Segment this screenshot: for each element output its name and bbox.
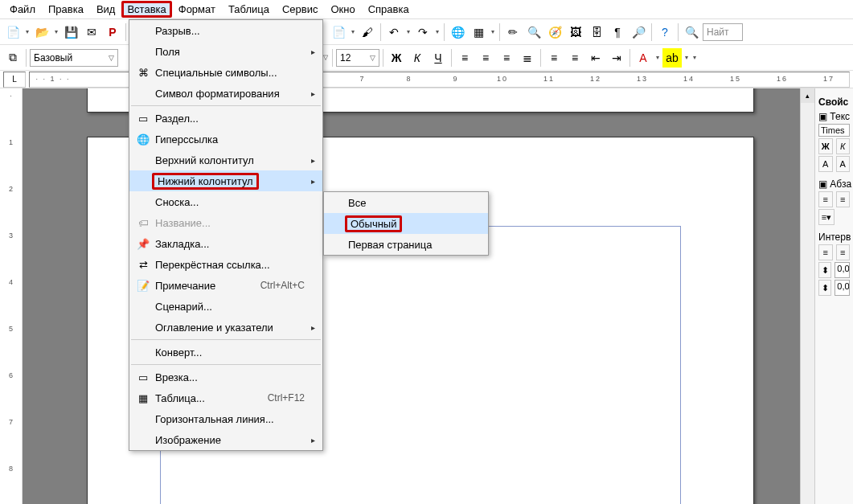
paste-button[interactable]: 📄	[329, 23, 348, 42]
menuitem-hr[interactable]: Горизонтальная линия...	[129, 408, 322, 429]
menuitem-caption[interactable]: 🏷Название...	[129, 212, 322, 233]
menu-view[interactable]: Вид	[90, 2, 122, 17]
search-input[interactable]: Найт	[703, 23, 743, 41]
align-right-button[interactable]: ≡	[497, 48, 516, 68]
hyperlink-button[interactable]: 🌐	[448, 23, 467, 42]
menu-table[interactable]: Таблица	[222, 2, 276, 17]
vertical-scrollbar[interactable]: ▴	[800, 88, 814, 504]
menuitem-indexes[interactable]: Оглавление и указатели▸	[129, 317, 322, 338]
separator	[499, 23, 500, 41]
menu-help[interactable]: Справка	[362, 2, 416, 17]
menuitem-table[interactable]: ▦Таблица...Ctrl+F12	[129, 387, 322, 408]
scroll-up-button[interactable]: ▴	[801, 88, 814, 103]
menuitem-footnote[interactable]: Сноска...	[129, 191, 322, 212]
styles-button[interactable]: ⧉	[3, 48, 23, 68]
menuitem-crossref[interactable]: ⇄Перекрёстная ссылка...	[129, 254, 322, 275]
highlight-dropdown[interactable]: ▾	[683, 54, 690, 61]
menuitem-section[interactable]: ▭Раздел...	[129, 108, 322, 129]
menuitem-script[interactable]: Сценарий...	[129, 296, 322, 317]
table-button[interactable]: ▦	[469, 23, 488, 42]
open-dropdown[interactable]: ▾	[53, 28, 59, 35]
font-color-button[interactable]: A	[634, 48, 653, 68]
font-name-dropdown[interactable]: ▽	[322, 54, 329, 61]
italic-sp-button[interactable]: К	[836, 138, 851, 154]
email-button[interactable]: ✉	[82, 23, 101, 42]
menuitem-frame[interactable]: ▭Врезка...	[129, 367, 322, 387]
bold-button[interactable]: Ж	[387, 48, 406, 68]
highlight-button[interactable]: ab	[662, 48, 682, 68]
menuitem-fields[interactable]: Поля▸	[129, 41, 322, 62]
align-justify-button[interactable]: ≣	[518, 48, 537, 68]
toolbar-overflow[interactable]: ▾	[691, 54, 698, 61]
menuitem-break[interactable]: Разрыв...	[129, 20, 322, 41]
open-button[interactable]: 📂	[32, 23, 51, 42]
italic-button[interactable]: К	[408, 48, 427, 68]
font-name-field[interactable]: Times	[818, 124, 850, 137]
new-doc-dropdown[interactable]: ▾	[24, 28, 31, 35]
table-dropdown[interactable]: ▾	[490, 28, 496, 35]
below-spacing-field[interactable]: 0,0	[835, 280, 850, 296]
help-button[interactable]: ?	[655, 23, 675, 42]
menu-tools[interactable]: Сервис	[276, 2, 325, 17]
font-effects-button[interactable]: A	[818, 156, 833, 172]
find-button[interactable]: 🔍	[524, 23, 543, 42]
menuitem-special-chars[interactable]: ⌘Специальные символы...	[129, 62, 322, 83]
gallery-button[interactable]: 🖼	[566, 23, 585, 42]
menuitem-envelope[interactable]: Конверт...	[129, 342, 322, 363]
bold-sp-button[interactable]: Ж	[818, 138, 833, 154]
menu-window[interactable]: Окно	[324, 2, 361, 17]
find-toolbar-icon[interactable]: 🔍	[682, 23, 701, 42]
align-sp-button[interactable]: ≡	[818, 191, 833, 207]
spacing-inc-button[interactable]: ≡	[818, 244, 833, 260]
spacing-dec-button[interactable]: ≡	[836, 244, 851, 260]
undo-button[interactable]: ↶	[384, 23, 404, 42]
redo-button[interactable]: ↷	[413, 23, 433, 42]
align-left-button[interactable]: ≡	[455, 48, 474, 68]
menuitem-image[interactable]: Изображение▸	[129, 429, 322, 450]
font-effects2-button[interactable]: A	[836, 156, 851, 172]
new-doc-button[interactable]: 📄	[3, 23, 23, 42]
format-paintbrush-button[interactable]: 🖌	[358, 23, 377, 42]
vertical-ruler[interactable]: ·12345678	[0, 88, 23, 504]
save-button[interactable]: 💾	[61, 23, 80, 42]
menuitem-comment[interactable]: 📝ПримечаниеCtrl+Alt+C	[129, 275, 322, 296]
menu-format[interactable]: Формат	[172, 2, 222, 17]
font-color-dropdown[interactable]: ▾	[654, 54, 661, 61]
text-section-header[interactable]: ▣ Текс	[818, 111, 850, 122]
data-sources-button[interactable]: 🗄	[587, 23, 606, 42]
decrease-indent-button[interactable]: ⇤	[586, 48, 605, 68]
submenuitem-firstpage[interactable]: Первая страница	[324, 234, 488, 255]
spacing-label: Интерв	[818, 232, 850, 243]
menuitem-footer[interactable]: Нижний колонтитул▸	[129, 170, 322, 191]
menuitem-bookmark[interactable]: 📌Закладка...	[129, 233, 322, 254]
zoom-button[interactable]: 🔎	[629, 23, 648, 42]
underline-button[interactable]: Ч	[429, 48, 448, 68]
menu-insert[interactable]: Вставка	[121, 1, 171, 18]
font-size-combo[interactable]: 12▽	[336, 49, 379, 67]
align-center-button[interactable]: ≡	[476, 48, 495, 68]
menu-file[interactable]: Файл	[3, 2, 42, 17]
undo-dropdown[interactable]: ▾	[405, 28, 412, 35]
submenuitem-all[interactable]: Все	[324, 192, 488, 213]
align-sp2-button[interactable]: ≡	[836, 191, 851, 207]
paste-dropdown[interactable]: ▾	[350, 28, 356, 35]
submenuitem-default[interactable]: Обычный	[324, 213, 488, 234]
list-sp-button[interactable]: ≡▾	[818, 209, 835, 225]
menu-edit[interactable]: Правка	[42, 2, 90, 17]
bullet-list-button[interactable]: ≡	[565, 48, 584, 68]
paragraph-style-combo[interactable]: Базовый▽	[30, 49, 118, 67]
properties-panel: Свойс ▣ Текс Times Ж К A A ▣ Абза ≡ ≡ ≡▾…	[814, 88, 853, 504]
nonprinting-chars-button[interactable]: ¶	[608, 23, 627, 42]
menuitem-header[interactable]: Верхний колонтитул▸	[129, 150, 322, 170]
redo-dropdown[interactable]: ▾	[434, 28, 441, 35]
numbered-list-button[interactable]: ≡	[544, 48, 564, 68]
above-spacing-field[interactable]: 0,0	[835, 262, 850, 278]
pdf-button[interactable]: P	[103, 23, 122, 42]
menuitem-hyperlink[interactable]: 🌐Гиперссылка	[129, 129, 322, 150]
paragraph-section-header[interactable]: ▣ Абза	[818, 178, 850, 190]
drawing-button[interactable]: ✏	[503, 23, 523, 42]
navigator-button[interactable]: 🧭	[545, 23, 564, 42]
menuitem-formatting-mark[interactable]: Символ форматирования▸	[129, 83, 322, 104]
comment-icon: 📝	[134, 280, 152, 292]
increase-indent-button[interactable]: ⇥	[607, 48, 626, 68]
